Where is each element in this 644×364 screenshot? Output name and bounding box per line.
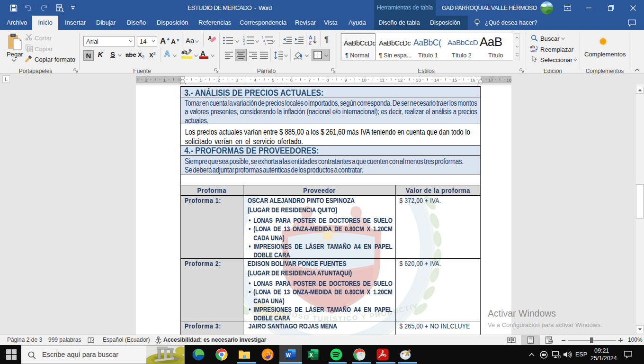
svg-text:17: 17 — [488, 77, 493, 82]
svg-text:3: 3 — [236, 77, 238, 82]
svg-text:3: 3 — [243, 42, 245, 45]
svg-text:6: 6 — [290, 77, 293, 82]
svg-text:A: A — [309, 35, 312, 40]
svg-text:10: 10 — [361, 77, 367, 82]
svg-text:1: 1 — [163, 77, 166, 82]
svg-text:X: X — [309, 352, 313, 358]
svg-text:11: 11 — [380, 77, 385, 82]
svg-text:i: i — [265, 42, 266, 45]
svg-text:1: 1 — [243, 36, 245, 39]
svg-text:2: 2 — [145, 77, 147, 82]
svg-text:13: 13 — [416, 77, 421, 82]
svg-text:12: 12 — [398, 77, 403, 82]
svg-text:14: 14 — [434, 77, 439, 82]
svg-text:4: 4 — [254, 77, 256, 82]
svg-text:5: 5 — [272, 77, 274, 82]
svg-text:18: 18 — [507, 77, 511, 82]
svg-text:16: 16 — [470, 77, 475, 82]
svg-text:1: 1 — [199, 77, 202, 82]
svg-text:a: a — [263, 39, 265, 42]
svg-text:2: 2 — [243, 39, 245, 42]
svg-text:9: 9 — [345, 77, 347, 82]
svg-text:7: 7 — [308, 77, 311, 82]
svg-text:W: W — [286, 352, 291, 358]
svg-text:2: 2 — [217, 77, 220, 82]
svg-text:8: 8 — [326, 77, 329, 82]
svg-text:1: 1 — [261, 36, 263, 39]
svg-text:15: 15 — [452, 77, 457, 82]
svg-text:Z: Z — [309, 40, 312, 45]
